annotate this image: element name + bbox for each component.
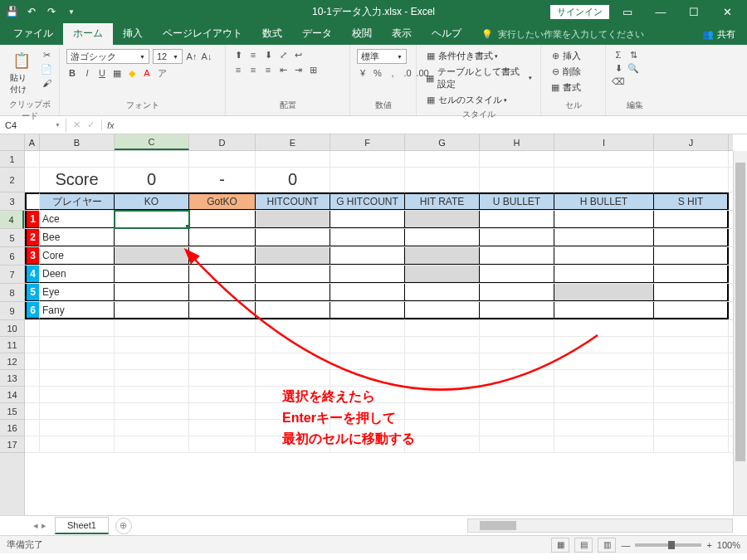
- cells-area[interactable]: Score0-0プレイヤーKOGotKOHITCOUNTG HITCOUNTHI…: [25, 151, 733, 515]
- cell[interactable]: [189, 403, 256, 419]
- cut-icon[interactable]: ✂: [41, 49, 52, 61]
- cell[interactable]: [40, 420, 115, 436]
- cancel-formula-icon[interactable]: ✕: [73, 119, 81, 130]
- cell[interactable]: [40, 151, 115, 167]
- cell[interactable]: [40, 436, 115, 452]
- horizontal-scrollbar[interactable]: [467, 519, 733, 533]
- cell[interactable]: [654, 320, 729, 336]
- row-header-7[interactable]: 7: [0, 265, 24, 284]
- col-header-B[interactable]: B: [40, 134, 115, 150]
- share-button[interactable]: 👥 共有: [694, 24, 744, 45]
- cell[interactable]: [654, 247, 729, 265]
- cell[interactable]: [654, 420, 729, 436]
- tab-view[interactable]: 表示: [382, 22, 422, 45]
- cell[interactable]: [405, 265, 480, 283]
- cell[interactable]: [330, 211, 405, 228]
- cell[interactable]: [480, 320, 554, 336]
- cell[interactable]: [405, 320, 480, 336]
- percent-icon[interactable]: %: [372, 67, 383, 79]
- col-header-H[interactable]: H: [480, 134, 554, 150]
- close-icon[interactable]: ✕: [712, 2, 742, 22]
- row-header-16[interactable]: 16: [0, 420, 24, 436]
- cell[interactable]: [554, 337, 654, 353]
- cell[interactable]: [256, 320, 330, 336]
- row-header-11[interactable]: 11: [0, 337, 24, 353]
- align-bottom-icon[interactable]: ⬇: [262, 49, 274, 61]
- col-header-I[interactable]: I: [554, 134, 654, 150]
- cell[interactable]: [189, 151, 256, 167]
- bold-icon[interactable]: B: [66, 67, 78, 79]
- cell[interactable]: [554, 284, 654, 301]
- cell[interactable]: [25, 353, 40, 369]
- cell[interactable]: [480, 337, 554, 353]
- row-header-3[interactable]: 3: [0, 192, 24, 211]
- cell[interactable]: 0: [115, 168, 189, 192]
- col-header-J[interactable]: J: [654, 134, 729, 150]
- row-header-17[interactable]: 17: [0, 436, 24, 453]
- cell[interactable]: [115, 403, 189, 419]
- italic-icon[interactable]: I: [81, 67, 93, 79]
- cell[interactable]: [330, 320, 405, 336]
- grow-font-icon[interactable]: A↑: [186, 51, 198, 62]
- cell[interactable]: -: [189, 168, 256, 192]
- cell[interactable]: [554, 229, 654, 246]
- cell[interactable]: Eye: [40, 284, 115, 301]
- font-size-select[interactable]: 12▼: [153, 49, 183, 64]
- add-sheet-button[interactable]: ⊕: [115, 518, 132, 534]
- zoom-in-icon[interactable]: +: [706, 540, 711, 550]
- cell[interactable]: [189, 247, 256, 265]
- cell[interactable]: [405, 353, 480, 369]
- cell[interactable]: Ace: [40, 211, 115, 228]
- row-header-9[interactable]: 9: [0, 302, 24, 320]
- cell[interactable]: [405, 403, 480, 419]
- cell-styles-button[interactable]: ▦セルのスタイル▾: [423, 93, 509, 107]
- copy-icon[interactable]: 📄: [41, 63, 52, 75]
- cell[interactable]: [405, 370, 480, 386]
- cell[interactable]: [115, 387, 189, 402]
- wrap-text-icon[interactable]: ↩: [292, 49, 304, 61]
- cell[interactable]: [115, 337, 189, 353]
- cell[interactable]: [480, 403, 554, 419]
- redo-icon[interactable]: ↷: [45, 5, 58, 18]
- autosum-icon[interactable]: Σ: [613, 49, 624, 61]
- cell[interactable]: [554, 353, 654, 369]
- cell[interactable]: [654, 403, 729, 419]
- cell[interactable]: G HITCOUNT: [330, 192, 405, 210]
- cell[interactable]: [115, 151, 189, 167]
- cell[interactable]: [554, 168, 654, 192]
- fill-icon[interactable]: ⬇: [613, 62, 624, 74]
- fill-color-icon[interactable]: ◆: [126, 67, 138, 79]
- tab-help[interactable]: ヘルプ: [422, 22, 471, 45]
- cell[interactable]: [554, 265, 654, 283]
- cell[interactable]: [330, 229, 405, 246]
- cell[interactable]: [654, 387, 729, 402]
- border-icon[interactable]: ▦: [111, 67, 123, 79]
- cell[interactable]: [40, 320, 115, 336]
- cell[interactable]: [256, 436, 330, 452]
- row-header-5[interactable]: 5: [0, 229, 24, 247]
- paste-button[interactable]: 📋 貼り付け: [7, 49, 36, 97]
- vertical-scrollbar[interactable]: [733, 151, 747, 515]
- indent-inc-icon[interactable]: ⇥: [292, 64, 304, 75]
- row-header-8[interactable]: 8: [0, 284, 24, 302]
- cell[interactable]: [40, 337, 115, 353]
- cell[interactable]: [654, 436, 729, 452]
- cell[interactable]: [25, 403, 40, 419]
- cell[interactable]: [25, 192, 40, 210]
- font-name-select[interactable]: 游ゴシック▼: [66, 49, 149, 64]
- qat-dropdown-icon[interactable]: ▼: [65, 5, 78, 18]
- tab-layout[interactable]: ページレイアウト: [153, 22, 252, 45]
- cell[interactable]: プレイヤー: [40, 192, 115, 210]
- conditional-format-button[interactable]: ▦条件付き書式▾: [423, 49, 500, 63]
- save-icon[interactable]: 💾: [5, 5, 18, 18]
- cell[interactable]: [330, 302, 405, 319]
- cell[interactable]: [189, 229, 256, 246]
- phonetic-icon[interactable]: ア: [156, 67, 168, 79]
- cell[interactable]: [654, 370, 729, 386]
- font-color-icon[interactable]: A: [141, 67, 153, 79]
- shrink-font-icon[interactable]: A↓: [201, 51, 212, 62]
- cell[interactable]: [554, 420, 654, 436]
- select-all-corner[interactable]: [0, 134, 25, 151]
- cell[interactable]: [480, 168, 554, 192]
- cell[interactable]: [256, 211, 330, 228]
